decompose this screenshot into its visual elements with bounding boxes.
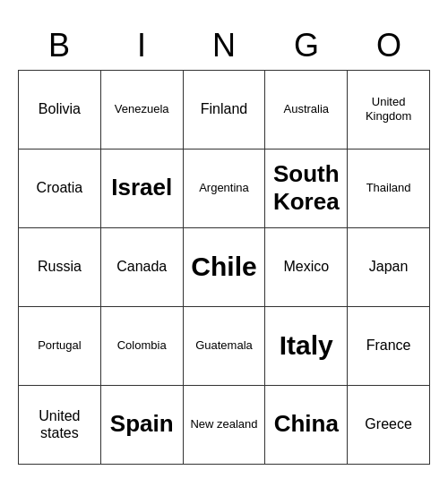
cell-r1-c1: Israel [101,150,184,228]
bingo-card: BINGO BoliviaVenezuelaFinlandAustraliaUn… [18,23,430,465]
cell-r0-c1: Venezuela [101,71,184,150]
cell-r4-c3: China [265,386,348,465]
cell-text-r1-c0: Croatia [37,179,83,196]
bingo-grid: BoliviaVenezuelaFinlandAustraliaUnited K… [18,70,430,465]
cell-text-r4-c4: Greece [365,415,411,432]
cell-r2-c1: Canada [101,228,184,307]
cell-text-r3-c2: Guatemala [195,338,253,353]
cell-r3-c3: Italy [265,307,348,386]
cell-text-r0-c2: Finland [201,100,247,117]
cell-r0-c2: Finland [184,71,266,150]
header-letter-n: N [183,23,265,68]
cell-text-r0-c4: United Kingdom [351,95,426,123]
cell-text-r3-c3: Italy [280,329,333,362]
cell-text-r1-c4: Thailand [366,181,411,195]
cell-r1-c0: Croatia [19,150,101,228]
header-letter-b: B [18,23,100,68]
cell-text-r3-c4: France [366,337,411,354]
cell-text-r4-c3: China [274,410,339,438]
cell-r0-c4: United Kingdom [348,71,430,150]
cell-r3-c0: Portugal [19,307,101,386]
cell-text-r2-c3: Mexico [283,258,329,275]
cell-r2-c4: Japan [348,228,430,307]
cell-r2-c2: Chile [184,228,266,307]
cell-text-r0-c1: Venezuela [115,102,169,116]
bingo-header: BINGO [18,23,430,68]
cell-text-r2-c1: Canada [116,258,167,275]
cell-r0-c0: Bolivia [19,71,101,150]
cell-r1-c2: Argentina [184,150,266,228]
cell-r3-c1: Colombia [101,307,184,386]
cell-r3-c4: France [348,307,430,386]
cell-r3-c2: Guatemala [184,307,266,386]
cell-r1-c4: Thailand [348,150,430,228]
cell-text-r3-c1: Colombia [117,338,167,353]
cell-text-r1-c2: Argentina [199,181,249,195]
cell-r4-c0: United states [19,386,101,465]
cell-text-r1-c3: South Korea [269,160,343,216]
cell-text-r2-c0: Russia [38,258,82,275]
cell-text-r4-c0: United states [22,407,97,441]
cell-text-r0-c0: Bolivia [39,100,81,117]
header-letter-g: G [265,23,348,68]
header-letter-i: I [100,23,183,68]
cell-text-r0-c3: Australia [284,102,330,116]
cell-text-r4-c2: New zealand [190,417,257,431]
cell-r4-c2: New zealand [184,386,266,465]
cell-r1-c3: South Korea [265,150,348,228]
cell-r4-c4: Greece [348,386,430,465]
header-letter-o: O [348,23,430,68]
cell-text-r4-c1: Spain [110,410,174,438]
cell-r2-c3: Mexico [265,228,348,307]
cell-text-r3-c0: Portugal [38,338,81,353]
cell-text-r1-c1: Israel [111,174,172,201]
cell-r0-c3: Australia [265,71,348,150]
cell-text-r2-c4: Japan [369,258,409,275]
cell-r2-c0: Russia [19,228,101,307]
cell-text-r2-c2: Chile [191,251,256,283]
cell-r4-c1: Spain [101,386,184,465]
